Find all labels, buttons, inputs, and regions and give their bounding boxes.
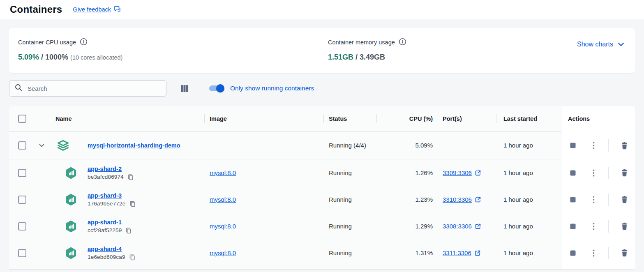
stop-button[interactable] bbox=[568, 141, 578, 150]
last-started-text: 1 hour ago bbox=[503, 142, 533, 149]
copy-icon[interactable] bbox=[125, 227, 132, 234]
feedback-chat-icon bbox=[114, 6, 121, 14]
compose-group-row: mysql-horizontal-sharding-demo Running (… bbox=[9, 131, 635, 159]
container-row: app-shard-1 ccf28af52259 mysql:8.0 Runni… bbox=[9, 213, 635, 240]
show-charts-button[interactable]: Show charts bbox=[577, 41, 624, 48]
container-row: app-shard-3 176a9b5e772e mysql:8.0 Runni… bbox=[9, 186, 635, 213]
actions-divider bbox=[608, 139, 609, 152]
info-icon[interactable] bbox=[399, 38, 406, 47]
stop-button[interactable] bbox=[568, 168, 578, 178]
open-external-icon[interactable] bbox=[474, 250, 481, 256]
image-link[interactable]: mysql:8.0 bbox=[210, 196, 236, 203]
more-actions-button[interactable] bbox=[589, 168, 598, 178]
container-name-link[interactable]: app-shard-4 bbox=[88, 246, 135, 252]
image-link[interactable]: mysql:8.0 bbox=[210, 223, 236, 230]
delete-button[interactable] bbox=[619, 168, 629, 178]
row-checkbox[interactable] bbox=[18, 169, 26, 177]
memory-usage-value: 1.51GB / 3.49GB bbox=[328, 53, 406, 62]
container-hexagon-icon bbox=[65, 220, 77, 233]
cpu-usage-stat: Container CPU usage 5.09% / 1000% (10 co… bbox=[18, 38, 122, 62]
expand-collapse-chevron-icon[interactable] bbox=[39, 144, 44, 147]
open-external-icon[interactable] bbox=[475, 223, 481, 230]
last-started-text: 1 hour ago bbox=[503, 169, 533, 176]
memory-usage-label: Container memory usage bbox=[328, 39, 395, 46]
table-header-row: Name Image Status CPU (%) Port(s) Last s… bbox=[9, 106, 635, 131]
compose-stack-icon bbox=[57, 140, 69, 151]
page-title: Containers bbox=[10, 4, 62, 15]
open-external-icon[interactable] bbox=[475, 170, 481, 176]
cpu-percent: 1.29% bbox=[415, 223, 433, 230]
container-name-link[interactable]: app-shard-2 bbox=[88, 166, 134, 172]
last-started-text: 1 hour ago bbox=[503, 223, 533, 230]
port-link[interactable]: 3308:3306 bbox=[443, 223, 472, 230]
actions-divider bbox=[608, 167, 609, 179]
container-name-link[interactable]: app-shard-1 bbox=[88, 219, 132, 226]
delete-button[interactable] bbox=[619, 221, 629, 231]
image-link[interactable]: mysql:8.0 bbox=[210, 169, 236, 176]
delete-button[interactable] bbox=[619, 195, 629, 205]
stop-button[interactable] bbox=[568, 248, 578, 258]
column-header-status[interactable]: Status bbox=[329, 115, 347, 122]
stop-button[interactable] bbox=[568, 195, 578, 205]
more-actions-button[interactable] bbox=[589, 248, 598, 258]
column-header-ports[interactable]: Port(s) bbox=[443, 115, 462, 122]
give-feedback-label: Give feedback bbox=[73, 6, 111, 13]
delete-button[interactable] bbox=[619, 248, 629, 258]
containers-table: Name Image Status CPU (%) Port(s) Last s… bbox=[9, 106, 635, 270]
info-icon[interactable] bbox=[80, 38, 88, 47]
port-link[interactable]: 3309:3306 bbox=[443, 169, 472, 176]
delete-button[interactable] bbox=[619, 141, 629, 150]
search-icon bbox=[15, 84, 22, 93]
copy-icon[interactable] bbox=[129, 254, 135, 260]
container-row: app-shard-4 1e6ebd609ca9 mysql:8.0 Runni… bbox=[9, 240, 635, 266]
container-id: be3afcd86974 bbox=[88, 174, 124, 180]
memory-usage-stat: Container memory usage 1.51GB / 3.49GB bbox=[328, 38, 406, 62]
last-started-text: 1 hour ago bbox=[503, 196, 533, 203]
search-box[interactable] bbox=[9, 80, 166, 97]
port-link[interactable]: 3310:3306 bbox=[443, 196, 472, 203]
actions-divider bbox=[608, 247, 609, 259]
container-name-link[interactable]: mysql-horizontal-sharding-demo bbox=[88, 142, 180, 149]
cpu-note: (10 cores allocated) bbox=[70, 54, 122, 61]
open-external-icon[interactable] bbox=[475, 196, 481, 203]
actions-divider bbox=[608, 220, 609, 233]
table-controls: Only show running containers bbox=[9, 80, 635, 97]
port-link[interactable]: 3311:3306 bbox=[443, 249, 471, 256]
row-checkbox[interactable] bbox=[18, 249, 26, 257]
more-actions-button[interactable] bbox=[589, 221, 598, 231]
container-id: 1e6ebd609ca9 bbox=[88, 254, 125, 260]
column-header-image[interactable]: Image bbox=[210, 115, 227, 122]
container-id: 176a9b5e772e bbox=[88, 201, 126, 207]
cpu-usage-label: Container CPU usage bbox=[18, 39, 76, 46]
toggle-switch[interactable] bbox=[209, 85, 223, 91]
status-text: Running bbox=[329, 249, 352, 256]
row-checkbox[interactable] bbox=[18, 141, 26, 150]
search-input[interactable] bbox=[27, 85, 161, 92]
container-name-link[interactable]: app-shard-3 bbox=[88, 192, 136, 199]
memory-used: 1.51GB bbox=[328, 53, 353, 61]
give-feedback-link[interactable]: Give feedback bbox=[73, 6, 121, 14]
row-checkbox[interactable] bbox=[18, 222, 26, 231]
container-id: ccf28af52259 bbox=[88, 227, 122, 233]
select-all-checkbox[interactable] bbox=[18, 115, 26, 123]
running-only-toggle[interactable]: Only show running containers bbox=[209, 85, 314, 92]
title-bar: Containers Give feedback bbox=[0, 0, 644, 19]
more-actions-button[interactable] bbox=[589, 195, 598, 205]
column-header-last-started[interactable]: Last started bbox=[503, 115, 537, 122]
copy-icon[interactable] bbox=[129, 201, 136, 207]
image-link[interactable]: mysql:8.0 bbox=[210, 249, 236, 256]
chevron-down-icon bbox=[618, 41, 624, 48]
container-hexagon-icon bbox=[65, 166, 77, 179]
more-actions-button[interactable] bbox=[589, 141, 598, 150]
last-started-text: 1 hour ago bbox=[503, 249, 533, 256]
row-checkbox[interactable] bbox=[18, 196, 26, 204]
cpu-total: / 1000% bbox=[39, 53, 70, 61]
copy-icon[interactable] bbox=[127, 174, 134, 180]
status-text: Running bbox=[329, 223, 352, 230]
column-header-cpu[interactable]: CPU (%) bbox=[409, 115, 433, 122]
cpu-percent: 1.31% bbox=[415, 249, 433, 256]
container-hexagon-icon bbox=[65, 247, 77, 259]
column-settings-button[interactable] bbox=[180, 85, 189, 92]
column-header-name[interactable]: Name bbox=[50, 115, 72, 122]
stop-button[interactable] bbox=[568, 221, 578, 231]
